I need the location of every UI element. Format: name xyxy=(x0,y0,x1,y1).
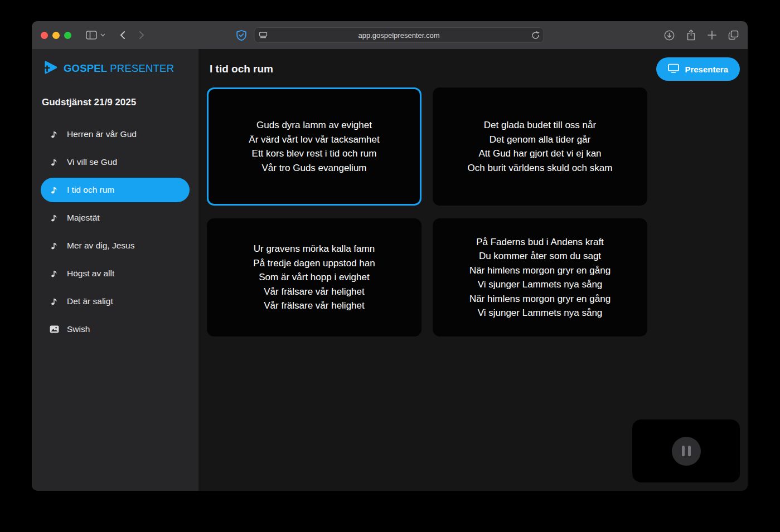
traffic-lights xyxy=(41,32,71,39)
pause-icon xyxy=(688,446,691,456)
lyric-line: Du kommer åter som du sagt xyxy=(469,249,611,263)
minimize-button[interactable] xyxy=(52,32,60,39)
sidebar-item-3[interactable]: Majestät xyxy=(41,206,190,230)
back-icon[interactable] xyxy=(120,31,125,40)
lyric-line: Det glada budet till oss når xyxy=(468,118,613,133)
sidebar-item-0[interactable]: Herren är vår Gud xyxy=(41,122,190,147)
browser-toolbar: app.gospelpresenter.com xyxy=(32,21,748,49)
forward-icon[interactable] xyxy=(139,31,144,40)
sidebar: GOSPELPRESENTER Gudstjänst 21/9 2025 Her… xyxy=(32,49,198,491)
sidebar-item-4[interactable]: Mer av dig, Jesus xyxy=(41,233,190,258)
lyric-line: Att Gud har gjort det vi ej kan xyxy=(468,147,613,161)
sidebar-item-label: Vi vill se Gud xyxy=(67,157,117,167)
slide-card[interactable]: Guds dyra lamm av evighetÄr värd vårt lo… xyxy=(207,87,422,206)
slide-lyrics: På Faderns bud i Andens kraftDu kommer å… xyxy=(469,235,611,320)
slide-grid: Guds dyra lamm av evighetÄr värd vårt lo… xyxy=(207,87,647,336)
sidebar-item-1[interactable]: Vi vill se Gud xyxy=(41,150,190,174)
slide-lyrics: Det glada budet till oss nårDet genom al… xyxy=(468,118,613,175)
new-tab-icon[interactable] xyxy=(708,31,716,40)
slide-card[interactable]: På Faderns bud i Andens kraftDu kommer å… xyxy=(433,218,647,336)
lyric-line: Är värd vårt lov vår tacksamhet xyxy=(249,133,379,147)
address-bar[interactable]: app.gospelpresenter.com xyxy=(254,27,544,43)
lyric-line: Guds dyra lamm av evighet xyxy=(249,118,379,133)
setlist-title: Gudstjänst 21/9 2025 xyxy=(42,97,188,108)
sidebar-item-label: Majestät xyxy=(67,213,100,223)
lyric-line: Vår frälsare vår helighet xyxy=(253,285,375,299)
lyric-line: På tredje dagen uppstod han xyxy=(253,256,375,271)
app-logo: GOSPELPRESENTER xyxy=(41,59,190,78)
sidebar-item-7[interactable]: Swish xyxy=(41,317,190,341)
music-note-icon xyxy=(49,241,59,250)
pause-button[interactable] xyxy=(672,437,701,466)
sidebar-item-label: Mer av dig, Jesus xyxy=(67,241,134,251)
lyric-line: Ur gravens mörka kalla famn xyxy=(253,242,375,256)
chevron-down-icon[interactable] xyxy=(100,33,105,37)
sidebar-item-label: Högst av allt xyxy=(67,269,114,279)
slide-lyrics: Guds dyra lamm av evighetÄr värd vårt lo… xyxy=(249,118,379,175)
share-icon[interactable] xyxy=(686,30,696,41)
sidebar-item-label: Herren är vår Gud xyxy=(67,129,137,139)
sidebar-item-6[interactable]: Det är saligt xyxy=(41,289,190,314)
slide-lyrics: Ur gravens mörka kalla famnPå tredje dag… xyxy=(253,242,375,313)
music-note-icon xyxy=(49,186,59,194)
lyric-line: Ett kors blev rest i tid och rum xyxy=(249,147,379,161)
image-icon xyxy=(49,325,59,333)
output-preview xyxy=(632,419,740,482)
music-note-icon xyxy=(49,130,59,139)
main-content: I tid och rum Presentera Guds dyra lamm … xyxy=(198,49,748,491)
sidebar-item-label: Det är saligt xyxy=(67,296,113,306)
song-list: Herren är vår Gud Vi vill se Gud xyxy=(32,120,198,343)
monitor-icon xyxy=(668,64,679,75)
lyric-line: Vi sjunger Lammets nya sång xyxy=(469,306,611,320)
sidebar-item-label: Swish xyxy=(67,324,90,334)
pause-icon xyxy=(682,446,685,456)
page-title: I tid och rum xyxy=(210,63,273,75)
page-settings-icon[interactable] xyxy=(259,32,268,39)
close-button[interactable] xyxy=(41,32,48,39)
sidebar-item-2[interactable]: I tid och rum xyxy=(41,178,190,202)
zoom-button[interactable] xyxy=(64,32,71,39)
music-note-icon xyxy=(49,269,59,278)
music-note-icon xyxy=(49,158,59,167)
sidebar-item-label: I tid och rum xyxy=(67,185,114,195)
present-button-label: Presentera xyxy=(685,65,728,74)
lyric-line: Och burit världens skuld och skam xyxy=(468,161,613,175)
music-note-icon xyxy=(49,297,59,306)
lyric-line: Vi sjunger Lammets nya sång xyxy=(469,277,611,292)
sidebar-toggle-icon[interactable] xyxy=(86,31,97,40)
lyric-line: Vår frälsare vår helighet xyxy=(253,299,375,313)
lyric-line: På Faderns bud i Andens kraft xyxy=(469,235,611,250)
app-name: GOSPELPRESENTER xyxy=(64,62,174,75)
reload-icon[interactable] xyxy=(532,31,540,40)
tab-overview-icon[interactable] xyxy=(728,30,739,40)
present-button[interactable]: Presentera xyxy=(656,57,740,81)
lyric-line: Det genom alla tider går xyxy=(468,133,613,147)
music-note-icon xyxy=(49,213,59,222)
lyric-line: Som är vårt hopp i evighet xyxy=(253,270,375,285)
shield-extension-icon[interactable] xyxy=(236,29,248,42)
url-text: app.gospelpresenter.com xyxy=(277,31,521,40)
slide-card[interactable]: Det glada budet till oss nårDet genom al… xyxy=(433,87,647,206)
gospel-presenter-logo-icon xyxy=(41,59,59,78)
lyric-line: Vår tro Guds evangelium xyxy=(249,161,379,175)
slide-card[interactable]: Ur gravens mörka kalla famnPå tredje dag… xyxy=(207,218,422,336)
sidebar-item-5[interactable]: Högst av allt xyxy=(41,261,190,286)
lyric-line: När himlens morgon gryr en gång xyxy=(469,263,611,278)
browser-window: app.gospelpresenter.com xyxy=(32,21,748,491)
downloads-icon[interactable] xyxy=(664,30,675,41)
lyric-line: När himlens morgon gryr en gång xyxy=(469,292,611,306)
